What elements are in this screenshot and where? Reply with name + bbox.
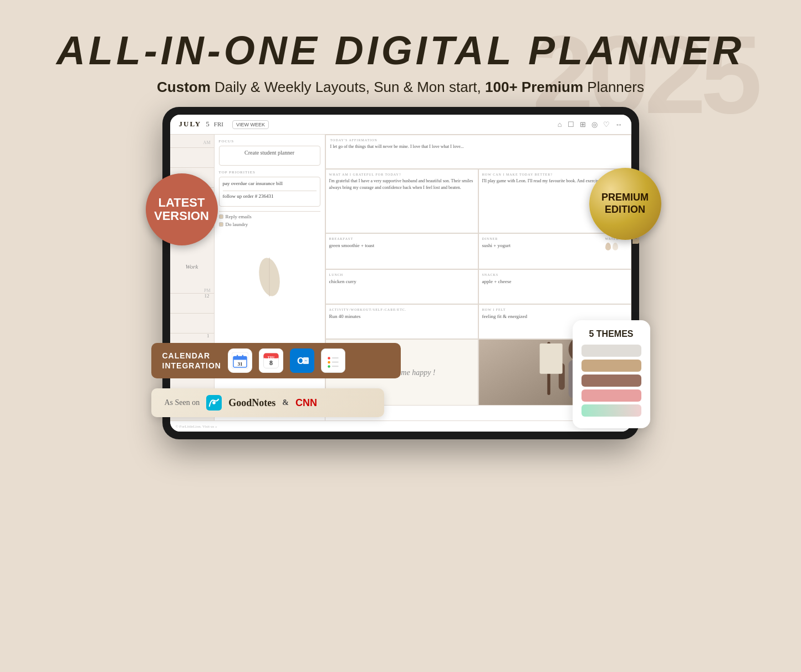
leaf-decoration — [219, 244, 320, 301]
svg-text:~: ~ — [305, 358, 307, 363]
water-drop-1 — [605, 243, 611, 250]
task-item-1: Reply emails — [219, 214, 320, 219]
snacks-text: apple + cheese — [482, 278, 627, 286]
affirmation-cell: TODAY'S AFFIRMATION I let go of the thin… — [325, 135, 631, 169]
priority-2: follow up order # 236431 — [223, 193, 317, 200]
apple-calendar-icon: THU 8 — [259, 348, 283, 373]
latest-version-badge: LATEST VERSION — [146, 173, 218, 245]
calendar-integration-label: CALENDARINTEGRATION — [162, 351, 221, 371]
footer-text: © ForLittleLion. Visit us » — [176, 424, 217, 429]
latest-label: LATEST — [159, 196, 205, 209]
top-priorities-label: TOP PRIORITIES — [219, 170, 320, 175]
theme-swatch-3 — [581, 375, 641, 387]
themes-title: 5 THEMES — [581, 329, 641, 339]
planner-header: JULY 5 FRI VIEW WEEK ⌂ ☐ ⊞ ◎ ♡ ↔ — [170, 115, 631, 135]
svg-rect-2 — [233, 357, 247, 360]
home-icon[interactable]: ⌂ — [558, 120, 562, 129]
lunch-text: chicken curry — [329, 278, 475, 286]
circle-icon[interactable]: ◎ — [591, 120, 598, 129]
as-seen-text: As Seen on — [165, 398, 200, 407]
page-header: ALL-IN-ONE DIGITAL PLANNER Custom Daily … — [0, 0, 801, 96]
svg-rect-18 — [332, 357, 339, 358]
dinner-label: DINNER — [482, 237, 601, 240]
time-slot-blank — [170, 147, 214, 167]
theme-swatch-1 — [581, 345, 641, 357]
subtitle-middle: Daily & Weekly Layouts, Sun & Mon start, — [211, 79, 485, 95]
snacks-cell: SNACKS apple + cheese — [478, 269, 631, 304]
planner-footer: © ForLittleLion. Visit us » — [170, 420, 631, 432]
tablet-screen: JULY 5 FRI VIEW WEEK ⌂ ☐ ⊞ ◎ ♡ ↔ — [170, 115, 631, 432]
planner-day-num: 5 — [206, 120, 210, 129]
focus-label: FOCUS — [219, 139, 320, 143]
heart-icon[interactable]: ♡ — [603, 120, 610, 129]
lunch-cell: LUNCH chicken curry — [325, 269, 478, 304]
svg-point-17 — [328, 357, 330, 360]
svg-text:8: 8 — [269, 359, 273, 367]
focus-box: Create student planner — [219, 146, 320, 166]
dinner-water-cell: DINNER sushi + yogurt WATER — [478, 233, 631, 269]
cnn-text: CNN — [295, 397, 317, 409]
task-checkbox-2[interactable] — [219, 222, 223, 227]
priorities-box: pay overdue car insurance bill follow up… — [219, 177, 320, 207]
dinner-text: sushi + yogurt — [482, 242, 601, 250]
main-content: LATEST VERSION PREMIUM EDITION CALENDARI… — [0, 107, 801, 450]
view-week-button[interactable]: VIEW WEEK — [232, 120, 269, 129]
arrows-icon[interactable]: ↔ — [615, 120, 623, 129]
planner-date: JULY 5 FRI VIEW WEEK — [179, 120, 269, 129]
am-label: AM — [170, 140, 214, 145]
breakfast-text: green smoothie + toast — [329, 242, 475, 250]
google-calendar-icon: 31 — [228, 348, 252, 373]
affirmation-text: I let go of the things that will never b… — [330, 143, 626, 150]
svg-text:THU: THU — [267, 356, 275, 359]
task-item-2: Do laundry — [219, 222, 320, 227]
svg-rect-22 — [332, 366, 339, 367]
goodnotes-logo-icon — [206, 395, 222, 411]
document-icon[interactable]: ☐ — [568, 120, 574, 129]
theme-swatch-5 — [581, 404, 641, 417]
breakfast-cell: BREAKFAST green smoothie + toast — [325, 233, 478, 269]
grid-icon[interactable]: ⊞ — [580, 120, 586, 129]
time-slot-blank4 — [170, 313, 214, 333]
pm-label: PM — [170, 288, 214, 293]
premium-label: PREMIUM — [601, 192, 649, 204]
focus-text: Create student planner — [223, 150, 317, 156]
snacks-label: SNACKS — [482, 273, 627, 276]
and-text: & — [282, 398, 289, 407]
svg-point-19 — [328, 361, 330, 364]
subtitle-custom: Custom — [157, 79, 211, 95]
task-checkbox-1[interactable] — [219, 214, 223, 219]
water-section: WATER — [605, 237, 627, 265]
calendar-integration-banner: CALENDARINTEGRATION 31 — [151, 343, 401, 378]
svg-text:31: 31 — [237, 361, 243, 367]
svg-rect-5 — [242, 355, 243, 358]
tasks-divider — [219, 211, 320, 212]
task-text-2: Do laundry — [226, 222, 248, 227]
svg-rect-4 — [237, 355, 238, 358]
work-label: Work — [170, 247, 214, 286]
outlook-icon: O ~ — [290, 348, 314, 373]
page-title: ALL-IN-ONE DIGITAL PLANNER — [0, 28, 801, 73]
dinner-section: DINNER sushi + yogurt — [482, 237, 601, 265]
lunch-label: LUNCH — [329, 273, 475, 276]
premium-edition-badge: PREMIUM EDITION — [589, 168, 661, 240]
reminders-icon — [321, 348, 345, 373]
gratitude-text: I'm grateful that I have a very supporti… — [329, 178, 475, 191]
priority-1: pay overdue car insurance bill — [223, 181, 317, 187]
version-label: VERSION — [154, 209, 209, 223]
svg-point-21 — [328, 365, 330, 368]
themes-panel: 5 THEMES — [573, 320, 650, 428]
subtitle-suffix: Planners — [583, 79, 644, 95]
water-drop-2 — [613, 243, 618, 250]
planner-icons: ⌂ ☐ ⊞ ◎ ♡ ↔ — [558, 120, 623, 129]
svg-rect-20 — [332, 362, 339, 363]
planner-day-name: FRI — [214, 121, 223, 127]
breakfast-label: BREAKFAST — [329, 237, 475, 240]
theme-swatch-2 — [581, 360, 641, 372]
task-text-1: Reply emails — [226, 214, 252, 219]
theme-swatch-4 — [581, 389, 641, 402]
gratitude-cell: WHAT AM I GRATEFUL FOR TODAY? I'm gratef… — [325, 169, 478, 234]
activity-text: Run 40 minutes — [329, 313, 475, 321]
goodnotes-text: GoodNotes — [228, 397, 275, 409]
how-felt-text: feeling fit & energized — [482, 313, 627, 321]
planner-month: JULY — [179, 120, 202, 129]
